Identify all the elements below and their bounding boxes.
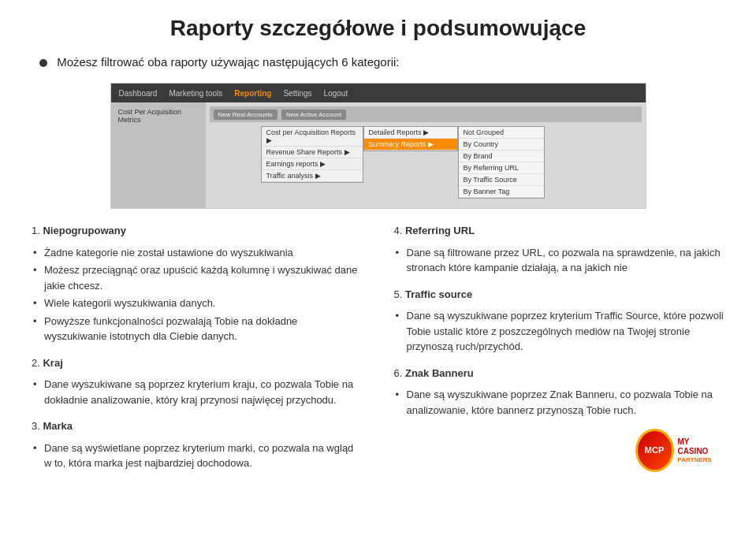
section-1-header: 1. Niepogrupowany xyxy=(32,223,363,239)
section-5-number: 5. xyxy=(394,288,403,300)
section-2-title: Kraj xyxy=(43,357,62,369)
mock-ui: Dashboard Marketing tools Reporting Sett… xyxy=(111,84,646,208)
mock-content-bar: New Real Accounts New Active Account xyxy=(210,106,642,122)
submenu2-item4: By Referring URL xyxy=(459,162,544,174)
logo-brand-line1: MY CASINO xyxy=(678,437,717,456)
mock-btn-new-real: New Real Accounts xyxy=(214,110,277,120)
topbar-marketing: Marketing tools xyxy=(169,89,222,98)
submenu2-item3: By Brand xyxy=(459,151,544,162)
section-1-item-2: Możesz przeciągnąć oraz upuścić każdą ko… xyxy=(32,262,363,293)
submenu1-item1: Detailed Reports ▶ xyxy=(364,127,457,139)
section-1-item-3: Wiele kategorii wyszukiwania danych. xyxy=(32,296,363,311)
section-3-item-1: Dane są wyświetlane poprzez kryterium ma… xyxy=(32,441,363,471)
submenu2-item2: By Country xyxy=(459,139,544,151)
mock-sidebar: Cost Per Acquisition Metrics xyxy=(111,102,206,208)
section-5-title: Traffic source xyxy=(405,288,472,300)
logo-wrapper: MCP MY CASINO PARTNERS xyxy=(635,429,717,472)
logo-brand: MY CASINO PARTNERS xyxy=(678,437,717,463)
mock-submenu-2: Not Grouped By Country By Brand By Refer… xyxy=(458,126,545,199)
logo-brand-line2: PARTNERS xyxy=(678,456,717,463)
section-4-item-1: Dane są filtrowane przez URL, co pozwala… xyxy=(394,245,725,276)
section-5: 5. Traffic source Dane są wyszukiwane po… xyxy=(394,287,725,355)
section-2-item-1: Dane wyszukiwane są poprzez kryterium kr… xyxy=(32,377,363,407)
dropdown1-item1: Cost per Acquisition Reports ▶ xyxy=(262,127,363,147)
submenu2-item1: Not Grouped xyxy=(459,127,544,139)
page-container: Raporty szczegółowe i podsumowujące Może… xyxy=(0,0,756,498)
screenshot-container: Dashboard Marketing tools Reporting Sett… xyxy=(110,83,646,209)
section-1: 1. Niepogrupowany Żadne kategorie nie zo… xyxy=(32,223,363,344)
section-4: 4. Referring URL Dane są filtrowane prze… xyxy=(394,223,725,276)
page-title: Raporty szczegółowe i podsumowujące xyxy=(32,16,724,41)
subtitle-text: Możesz filtrować oba raporty używając na… xyxy=(57,55,399,69)
mock-body: Cost Per Acquisition Metrics New Real Ac… xyxy=(111,102,646,208)
section-4-number: 4. xyxy=(394,225,403,236)
topbar-settings: Settings xyxy=(283,89,311,98)
section-6-number: 6. xyxy=(394,367,403,379)
submenu2-item5: By Traffic Source xyxy=(459,174,544,186)
mock-submenu-1: Detailed Reports ▶ Summary Reports ▶ xyxy=(363,126,458,151)
right-column: 4. Referring URL Dane są filtrowane prze… xyxy=(386,223,725,482)
section-2: 2. Kraj Dane wyszukiwane są poprzez kryt… xyxy=(32,355,363,408)
section-6: 6. Znak Banneru Dane są wyszukiwane popr… xyxy=(394,366,725,418)
section-1-title: Niepogrupowany xyxy=(43,225,125,236)
dropdown1-item3: Earnings reports ▶ xyxy=(262,158,363,170)
sidebar-item-cpa: Cost Per Acquisition Metrics xyxy=(115,106,202,125)
mock-main: New Real Accounts New Active Account Cos… xyxy=(206,102,646,208)
topbar-reporting: Reporting xyxy=(234,89,271,98)
dropdown1-item2: Revenue Share Reports ▶ xyxy=(262,147,363,158)
logo-circle: MCP xyxy=(635,429,674,472)
mock-btn-new-active: New Active Account xyxy=(281,110,346,120)
section-5-item-1: Dane są wyszukiwane poprzez kryterium Tr… xyxy=(394,308,725,355)
section-3-title: Marka xyxy=(43,420,73,432)
topbar-logout: Logout xyxy=(324,89,348,98)
logo-area: MCP MY CASINO PARTNERS xyxy=(638,427,717,474)
submenu2-item6: By Banner Tag xyxy=(459,186,544,198)
section-3-header: 3. Marka xyxy=(32,418,363,434)
section-6-header: 6. Znak Banneru xyxy=(394,366,725,381)
mock-topbar: Dashboard Marketing tools Reporting Sett… xyxy=(111,84,646,102)
bullet-icon xyxy=(39,59,47,67)
section-3-number: 3. xyxy=(32,420,40,432)
section-6-title: Znak Banneru xyxy=(405,367,474,379)
section-5-header: 5. Traffic source xyxy=(394,287,725,303)
left-column: 1. Niepogrupowany Żadne kategorie nie zo… xyxy=(32,223,371,482)
section-3: 3. Marka Dane są wyświetlane poprzez kry… xyxy=(32,418,363,471)
section-2-number: 2. xyxy=(32,357,40,369)
section-1-item-1: Żadne kategorie nie został ustawione do … xyxy=(32,245,363,261)
topbar-dashboard: Dashboard xyxy=(119,89,158,98)
logo-mcp-text: MCP xyxy=(645,445,664,455)
section-1-item-4: Powyższe funkcjonalności pozwalają Tobie… xyxy=(32,314,363,344)
section-1-number: 1. xyxy=(32,225,40,236)
mock-dropdown-1: Cost per Acquisition Reports ▶ Revenue S… xyxy=(261,126,363,183)
section-4-header: 4. Referring URL xyxy=(394,223,725,239)
section-4-title: Referring URL xyxy=(405,225,475,236)
subtitle: Możesz filtrować oba raporty używając na… xyxy=(32,55,724,69)
submenu1-item2: Summary Reports ▶ xyxy=(364,139,457,151)
dropdown1-item4: Traffic analysis ▶ xyxy=(262,170,363,182)
section-2-header: 2. Kraj xyxy=(32,355,363,371)
section-6-item-1: Dane są wyszukiwane poprzez Znak Banneru… xyxy=(394,387,725,418)
content-area: 1. Niepogrupowany Żadne kategorie nie zo… xyxy=(32,223,724,482)
